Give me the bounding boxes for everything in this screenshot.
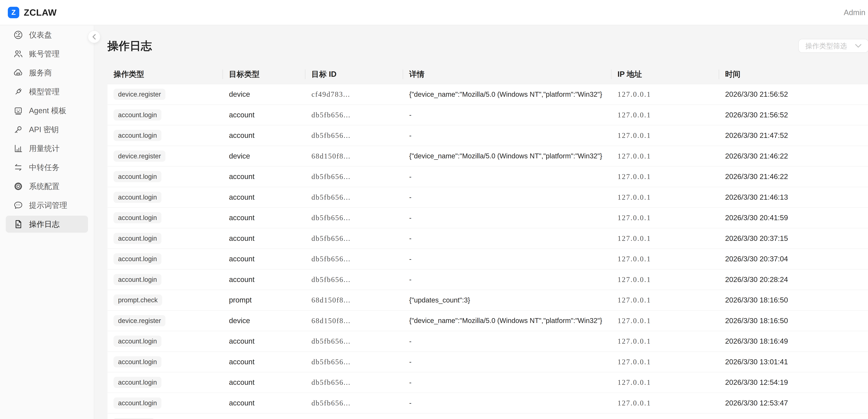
cell-detail: - bbox=[403, 255, 612, 263]
cell-ip: 127.0.0.1 bbox=[612, 275, 719, 284]
main-content: 操作日志 操作类型筛选 操作类型目标类型目标 ID详情IP 地址时间 devic… bbox=[94, 26, 868, 419]
cell-ip: 127.0.0.1 bbox=[612, 255, 719, 263]
table-row: device.registerdevice68d150f8...{"device… bbox=[107, 146, 868, 167]
cell-time: 2026/3/30 21:46:22 bbox=[719, 152, 868, 160]
cell-ip: 127.0.0.1 bbox=[612, 193, 719, 202]
cell-action: account.login bbox=[107, 212, 223, 223]
operation-log-table: 操作类型目标类型目标 ID详情IP 地址时间 device.registerde… bbox=[107, 65, 868, 419]
cell-target-id: db5fb656... bbox=[305, 214, 403, 222]
sidebar-item-label: 操作日志 bbox=[29, 219, 60, 229]
cell-detail: - bbox=[403, 111, 612, 119]
cell-target-id: db5fb656... bbox=[305, 193, 403, 202]
sidebar-item-accounts[interactable]: 账号管理 bbox=[6, 45, 88, 62]
cell-ip: 127.0.0.1 bbox=[612, 131, 719, 140]
cell-detail: - bbox=[403, 337, 612, 345]
sidebar-item-operation-logs[interactable]: 操作日志 bbox=[6, 216, 88, 233]
table-row: account.loginaccountdb5fb656...-127.0.0.… bbox=[107, 331, 868, 352]
action-tag: prompt.check bbox=[114, 295, 162, 306]
sidebar-item-models[interactable]: 模型管理 bbox=[6, 83, 88, 100]
sidebar-item-api-keys[interactable]: API 密钥 bbox=[6, 121, 88, 138]
table-row: account.loginaccountdb5fb656...-127.0.0.… bbox=[107, 125, 868, 146]
cell-target-id: 68d150f8... bbox=[305, 296, 403, 304]
sidebar-item-prompts[interactable]: 提示词管理 bbox=[6, 197, 88, 214]
cell-target-type: account bbox=[223, 173, 305, 181]
cell-action: account.login bbox=[107, 171, 223, 182]
users-icon bbox=[13, 49, 24, 59]
sidebar-item-dashboard[interactable]: 仪表盘 bbox=[6, 26, 88, 43]
sidebar-item-label: 系统配置 bbox=[29, 181, 60, 191]
sidebar-nav: 仪表盘账号管理服务商模型管理Agent 模板API 密钥用量统计中转任务系统配置… bbox=[6, 26, 88, 233]
cell-target-id: db5fb656... bbox=[305, 173, 403, 181]
user-menu[interactable]: Admin bbox=[844, 8, 865, 17]
cell-target-id: cf49d783... bbox=[305, 90, 403, 98]
action-type-filter-select[interactable]: 操作类型筛选 bbox=[798, 39, 868, 53]
action-tag: account.login bbox=[114, 212, 161, 223]
cell-detail: - bbox=[403, 193, 612, 201]
filter-placeholder: 操作类型筛选 bbox=[805, 41, 847, 51]
cell-target-type: account bbox=[223, 399, 305, 407]
brand-name: ZCLAW bbox=[24, 7, 57, 18]
action-tag: device.register bbox=[114, 89, 165, 100]
cell-target-type: account bbox=[223, 214, 305, 222]
cell-ip: 127.0.0.1 bbox=[612, 337, 719, 346]
sidebar-item-usage-stats[interactable]: 用量统计 bbox=[6, 140, 88, 157]
sidebar-collapse-button[interactable] bbox=[88, 31, 100, 43]
cell-ip: 127.0.0.1 bbox=[612, 317, 719, 325]
brand: Z ZCLAW bbox=[8, 7, 57, 18]
chevron-down-icon bbox=[855, 44, 862, 48]
cell-time: 2026/3/30 21:56:52 bbox=[719, 111, 868, 119]
file-icon bbox=[13, 219, 24, 229]
key-icon bbox=[13, 124, 24, 135]
cell-target-type: device bbox=[223, 152, 305, 160]
cell-time: 2026/3/30 18:16:50 bbox=[719, 296, 868, 304]
sidebar-item-label: 提示词管理 bbox=[29, 200, 67, 210]
cell-time: 2026/3/30 20:37:04 bbox=[719, 255, 868, 263]
sidebar-item-label: 中转任务 bbox=[29, 162, 60, 173]
cell-target-type: account bbox=[223, 378, 305, 387]
cell-target-id: 68d150f8... bbox=[305, 317, 403, 325]
table-row: account.loginaccountdb5fb656...-127.0.0.… bbox=[107, 105, 868, 125]
cell-detail: {"device_name":"Mozilla/5.0 (Windows NT"… bbox=[403, 90, 612, 98]
cell-action: device.register bbox=[107, 151, 223, 162]
action-tag: account.login bbox=[114, 397, 161, 409]
page-title: 操作日志 bbox=[107, 38, 152, 54]
cell-detail: {"device_name":"Mozilla/5.0 (Windows NT"… bbox=[403, 152, 612, 160]
cell-target-type: device bbox=[223, 90, 305, 98]
cell-target-id: db5fb656... bbox=[305, 275, 403, 284]
page-head: 操作日志 操作类型筛选 bbox=[107, 38, 868, 54]
cell-ip: 127.0.0.1 bbox=[612, 378, 719, 387]
table-body: device.registerdevicecf49d783...{"device… bbox=[107, 84, 868, 414]
cell-detail: - bbox=[403, 276, 612, 283]
cell-target-id: db5fb656... bbox=[305, 131, 403, 140]
action-tag: account.login bbox=[114, 336, 161, 347]
action-tag: account.login bbox=[114, 192, 161, 203]
sidebar-item-label: Agent 模板 bbox=[29, 106, 66, 116]
cell-target-type: account bbox=[223, 111, 305, 119]
sidebar-item-label: 账号管理 bbox=[29, 49, 60, 59]
chart-icon bbox=[13, 143, 24, 154]
cell-ip: 127.0.0.1 bbox=[612, 399, 719, 407]
cell-target-type: account bbox=[223, 255, 305, 263]
sidebar-item-system-config[interactable]: 系统配置 bbox=[6, 178, 88, 195]
cell-ip: 127.0.0.1 bbox=[612, 296, 719, 304]
sidebar-item-agent-templates[interactable]: Agent 模板 bbox=[6, 102, 88, 119]
cell-target-id: db5fb656... bbox=[305, 337, 403, 346]
cell-ip: 127.0.0.1 bbox=[612, 173, 719, 181]
gear-icon bbox=[13, 181, 24, 191]
table-row: account.loginaccountdb5fb656...-127.0.0.… bbox=[107, 372, 868, 393]
cell-ip: 127.0.0.1 bbox=[612, 152, 719, 160]
action-tag-sliver bbox=[113, 418, 155, 419]
cell-action: account.login bbox=[107, 336, 223, 347]
action-tag: account.login bbox=[114, 171, 161, 182]
action-tag: account.login bbox=[114, 356, 161, 367]
cell-time: 2026/3/30 21:46:22 bbox=[719, 173, 868, 181]
table-row: prompt.checkprompt68d150f8...{"updates_c… bbox=[107, 290, 868, 311]
sidebar-item-providers[interactable]: 服务商 bbox=[6, 64, 88, 81]
cell-target-type: prompt bbox=[223, 296, 305, 304]
cell-ip: 127.0.0.1 bbox=[612, 111, 719, 119]
table-row: account.loginaccountdb5fb656...-127.0.0.… bbox=[107, 269, 868, 290]
sidebar-item-relay-tasks[interactable]: 中转任务 bbox=[6, 159, 88, 176]
cell-detail: {"updates_count":3} bbox=[403, 296, 612, 304]
brand-logo-letter: Z bbox=[11, 8, 16, 16]
cell-action: account.login bbox=[107, 356, 223, 367]
